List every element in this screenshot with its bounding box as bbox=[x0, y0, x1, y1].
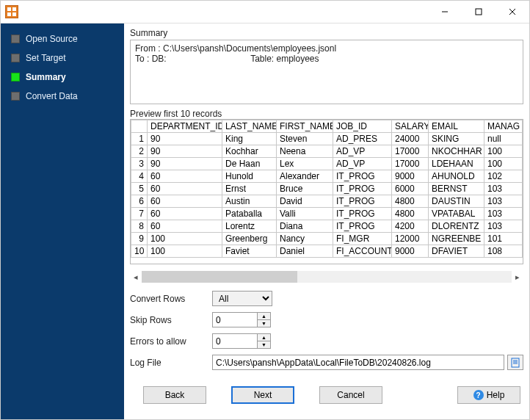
table-cell[interactable]: Faviet bbox=[222, 245, 277, 258]
table-cell[interactable]: IT_PROG bbox=[333, 220, 392, 233]
table-cell[interactable]: 90 bbox=[148, 133, 222, 145]
spin-up-icon[interactable]: ▲ bbox=[258, 333, 271, 341]
table-row[interactable]: 10100FavietDanielFI_ACCOUNT9000DFAVIET10… bbox=[131, 245, 523, 258]
table-cell[interactable]: 4200 bbox=[392, 220, 429, 233]
scroll-left-icon[interactable]: ◂ bbox=[130, 271, 142, 283]
table-cell[interactable]: 4800 bbox=[392, 208, 429, 220]
table-cell[interactable]: 103 bbox=[484, 195, 523, 208]
table-cell[interactable]: BERNST bbox=[429, 183, 484, 195]
table-cell[interactable]: 100 bbox=[148, 233, 222, 245]
table-cell[interactable]: Neena bbox=[277, 145, 333, 158]
table-row[interactable]: 9100GreenbergNancyFI_MGR12000NGREENBE101 bbox=[131, 233, 523, 245]
next-button[interactable]: Next bbox=[231, 386, 294, 404]
table-cell[interactable]: 101 bbox=[484, 233, 523, 245]
table-cell[interactable]: Daniel bbox=[277, 245, 333, 258]
help-button[interactable]: ? Help bbox=[457, 386, 520, 404]
skip-rows-input[interactable] bbox=[212, 312, 258, 327]
table-cell[interactable]: 17000 bbox=[392, 158, 429, 170]
table-cell[interactable]: Greenberg bbox=[222, 233, 277, 245]
col-first-name[interactable]: FIRST_NAME bbox=[277, 120, 333, 133]
table-cell[interactable]: 1 bbox=[131, 133, 148, 145]
table-cell[interactable]: 4800 bbox=[392, 195, 429, 208]
table-cell[interactable]: 8 bbox=[131, 220, 148, 233]
table-cell[interactable]: Pataballa bbox=[222, 208, 277, 220]
table-cell[interactable]: AHUNOLD bbox=[429, 170, 484, 183]
table-cell[interactable]: 100 bbox=[484, 145, 523, 158]
table-cell[interactable]: 6 bbox=[131, 195, 148, 208]
table-cell[interactable]: Nancy bbox=[277, 233, 333, 245]
sidebar-item-summary[interactable]: Summary bbox=[1, 68, 124, 87]
col-rownum[interactable] bbox=[131, 120, 148, 133]
log-file-browse-button[interactable] bbox=[507, 355, 523, 370]
table-cell[interactable]: 12000 bbox=[392, 233, 429, 245]
table-cell[interactable]: Austin bbox=[222, 195, 277, 208]
table-cell[interactable]: DFAVIET bbox=[429, 245, 484, 258]
table-cell[interactable]: 6000 bbox=[392, 183, 429, 195]
table-cell[interactable]: 108 bbox=[484, 245, 523, 258]
table-cell[interactable]: IT_PROG bbox=[333, 183, 392, 195]
table-cell[interactable]: 3 bbox=[131, 158, 148, 170]
table-cell[interactable]: 60 bbox=[148, 208, 222, 220]
table-cell[interactable]: De Haan bbox=[222, 158, 277, 170]
table-cell[interactable]: Steven bbox=[277, 133, 333, 145]
sidebar-item-open-source[interactable]: Open Source bbox=[1, 29, 124, 48]
col-salary[interactable]: SALARY bbox=[392, 120, 429, 133]
table-cell[interactable]: IT_PROG bbox=[333, 195, 392, 208]
table-cell[interactable]: 103 bbox=[484, 220, 523, 233]
table-row[interactable]: 190KingStevenAD_PRES24000SKINGnull bbox=[131, 133, 523, 145]
sidebar-item-convert-data[interactable]: Convert Data bbox=[1, 87, 124, 106]
table-row[interactable]: 290KochharNeenaAD_VP17000NKOCHHAR100 bbox=[131, 145, 523, 158]
spin-down-icon[interactable]: ▼ bbox=[258, 319, 271, 327]
convert-rows-select[interactable]: All bbox=[212, 291, 272, 306]
table-cell[interactable]: LDEHAAN bbox=[429, 158, 484, 170]
scroll-track[interactable] bbox=[142, 271, 512, 283]
table-cell[interactable]: Kochhar bbox=[222, 145, 277, 158]
table-cell[interactable]: VPATABAL bbox=[429, 208, 484, 220]
table-cell[interactable]: 100 bbox=[148, 245, 222, 258]
table-cell[interactable]: King bbox=[222, 133, 277, 145]
spin-up-icon[interactable]: ▲ bbox=[258, 312, 271, 319]
table-cell[interactable]: Lex bbox=[277, 158, 333, 170]
errors-allow-input[interactable] bbox=[212, 333, 258, 349]
log-file-input[interactable] bbox=[212, 355, 504, 370]
table-cell[interactable]: FI_ACCOUNT bbox=[333, 245, 392, 258]
table-cell[interactable]: 9 bbox=[131, 233, 148, 245]
table-row[interactable]: 560ErnstBruceIT_PROG6000BERNST103 bbox=[131, 183, 523, 195]
table-cell[interactable]: 9000 bbox=[392, 170, 429, 183]
sidebar-item-set-target[interactable]: Set Target bbox=[1, 48, 124, 68]
horizontal-scrollbar[interactable]: ◂ ▸ bbox=[130, 270, 523, 283]
table-cell[interactable]: Valli bbox=[277, 208, 333, 220]
table-cell[interactable]: 7 bbox=[131, 208, 148, 220]
table-cell[interactable]: 103 bbox=[484, 208, 523, 220]
table-cell[interactable]: 9000 bbox=[392, 245, 429, 258]
table-cell[interactable]: Ernst bbox=[222, 183, 277, 195]
table-cell[interactable]: AD_VP bbox=[333, 158, 392, 170]
table-cell[interactable]: 60 bbox=[148, 195, 222, 208]
table-cell[interactable]: NGREENBE bbox=[429, 233, 484, 245]
table-cell[interactable]: David bbox=[277, 195, 333, 208]
table-cell[interactable]: 10 bbox=[131, 245, 148, 258]
table-cell[interactable]: 2 bbox=[131, 145, 148, 158]
table-cell[interactable]: 90 bbox=[148, 145, 222, 158]
col-email[interactable]: EMAIL bbox=[429, 120, 484, 133]
col-manager[interactable]: MANAG bbox=[484, 120, 523, 133]
table-cell[interactable]: 5 bbox=[131, 183, 148, 195]
table-row[interactable]: 760PataballaValliIT_PROG4800VPATABAL103 bbox=[131, 208, 523, 220]
table-cell[interactable]: 17000 bbox=[392, 145, 429, 158]
table-cell[interactable]: Bruce bbox=[277, 183, 333, 195]
scroll-right-icon[interactable]: ▸ bbox=[512, 271, 523, 283]
table-cell[interactable]: IT_PROG bbox=[333, 208, 392, 220]
table-cell[interactable]: Hunold bbox=[222, 170, 277, 183]
table-cell[interactable]: 60 bbox=[148, 170, 222, 183]
table-row[interactable]: 660AustinDavidIT_PROG4800DAUSTIN103 bbox=[131, 195, 523, 208]
table-cell[interactable]: FI_MGR bbox=[333, 233, 392, 245]
table-cell[interactable]: DLORENTZ bbox=[429, 220, 484, 233]
table-cell[interactable]: Diana bbox=[277, 220, 333, 233]
col-department-id[interactable]: DEPARTMENT_ID bbox=[148, 120, 222, 133]
minimize-button[interactable] bbox=[428, 1, 462, 23]
scroll-thumb[interactable] bbox=[142, 271, 297, 283]
spin-down-icon[interactable]: ▼ bbox=[258, 341, 271, 349]
table-cell[interactable]: AD_VP bbox=[333, 145, 392, 158]
table-cell[interactable]: Lorentz bbox=[222, 220, 277, 233]
table-cell[interactable]: DAUSTIN bbox=[429, 195, 484, 208]
